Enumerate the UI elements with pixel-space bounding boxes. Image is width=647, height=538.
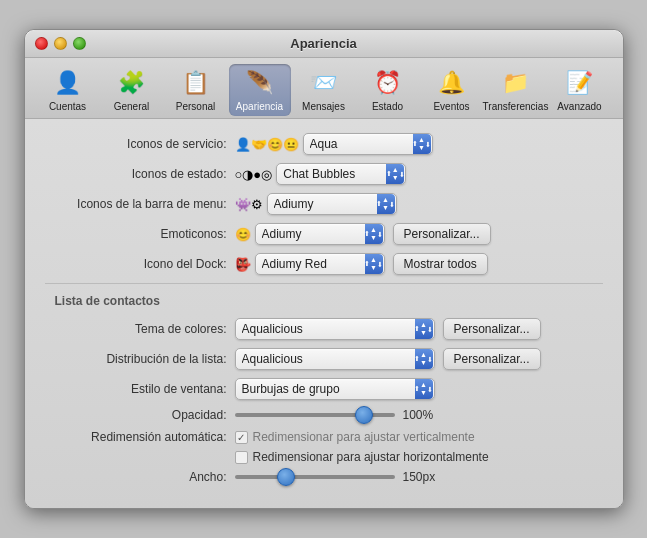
dock-icon-preview: 👺	[235, 257, 251, 272]
lista-contactos-header: Lista de contactos	[55, 294, 603, 310]
cuentas-icon: 👤	[52, 67, 84, 99]
distribucion-label: Distribución de la lista:	[45, 352, 235, 366]
cuentas-label: Cuentas	[49, 101, 86, 112]
apariencia-label: Apariencia	[236, 101, 283, 112]
content-area: Iconos de servicio: 👤🤝😊😐 Aqua ▲ ▼ Iconos…	[25, 119, 623, 508]
window-title: Apariencia	[290, 36, 356, 51]
barra-icons-preview: 👾⚙	[235, 197, 263, 212]
iconos-estado-label: Iconos de estado:	[45, 167, 235, 181]
icono-dock-select[interactable]: Adiumy Red	[255, 253, 385, 275]
emoticonos-row: Emoticonos: 😊 Adiumy ▲ ▼ Personalizar...	[45, 223, 603, 245]
icono-dock-label: Icono del Dock:	[45, 257, 235, 271]
iconos-servicio-row: Iconos de servicio: 👤🤝😊😐 Aqua ▲ ▼	[45, 133, 603, 155]
distribucion-row: Distribución de la lista: Aqualicious ▲ …	[45, 348, 603, 370]
personal-icon: 📋	[180, 67, 212, 99]
redimension-horizontal-row: Redimensionar para ajustar horizontalmen…	[45, 450, 603, 464]
distribucion-select-wrapper: Aqualicious ▲ ▼	[235, 348, 435, 370]
iconos-servicio-select[interactable]: Aqua	[303, 133, 433, 155]
opacidad-value: 100%	[403, 408, 434, 422]
estilo-ventana-label: Estilo de ventana:	[45, 382, 235, 396]
ancho-value: 150px	[403, 470, 436, 484]
iconos-barra-row: Iconos de la barra de menu: 👾⚙ Adiumy ▲ …	[45, 193, 603, 215]
distribucion-select[interactable]: Aqualicious	[235, 348, 435, 370]
main-window: Apariencia 👤 Cuentas 🧩 General 📋 Persona…	[24, 29, 624, 509]
emoticonos-select-wrapper: 😊 Adiumy ▲ ▼	[235, 223, 385, 245]
minimize-button[interactable]	[54, 37, 67, 50]
section-divider	[45, 283, 603, 284]
toolbar-item-personal[interactable]: 📋 Personal	[165, 64, 227, 116]
redimension-auto-label: Redimensión automática:	[45, 430, 235, 444]
iconos-estado-select-wrapper: ○◑●◎ Chat Bubbles ▲ ▼	[235, 163, 407, 185]
close-button[interactable]	[35, 37, 48, 50]
toolbar-item-apariencia[interactable]: 🪶 Apariencia	[229, 64, 291, 116]
checkbox-horizontal[interactable]	[235, 451, 248, 464]
traffic-lights	[35, 37, 86, 50]
apariencia-icon: 🪶	[244, 67, 276, 99]
estilo-ventana-select[interactable]: Burbujas de grupo	[235, 378, 435, 400]
iconos-barra-select-wrapper: 👾⚙ Adiumy ▲ ▼	[235, 193, 397, 215]
toolbar-item-estado[interactable]: ⏰ Estado	[357, 64, 419, 116]
personal-label: Personal	[176, 101, 215, 112]
mensajes-label: Mensajes	[302, 101, 345, 112]
tema-colores-row: Tema de colores: Aqualicious ▲ ▼ Persona…	[45, 318, 603, 340]
toolbar-item-mensajes[interactable]: 📨 Mensajes	[293, 64, 355, 116]
checkbox-vertical-label: Redimensionar para ajustar verticalmente	[253, 430, 475, 444]
general-icon: 🧩	[116, 67, 148, 99]
mensajes-icon: 📨	[308, 67, 340, 99]
estilo-ventana-select-wrapper: Burbujas de grupo ▲ ▼	[235, 378, 435, 400]
estilo-ventana-row: Estilo de ventana: Burbujas de grupo ▲ ▼	[45, 378, 603, 400]
tema-colores-select[interactable]: Aqualicious	[235, 318, 435, 340]
ancho-row: Ancho: 150px	[45, 470, 603, 484]
ancho-label: Ancho:	[45, 470, 235, 484]
personalizar-emoticonos-button[interactable]: Personalizar...	[393, 223, 491, 245]
icono-dock-row: Icono del Dock: 👺 Adiumy Red ▲ ▼ Mostrar…	[45, 253, 603, 275]
iconos-servicio-label: Iconos de servicio:	[45, 137, 235, 151]
icono-dock-select-wrapper: 👺 Adiumy Red ▲ ▼	[235, 253, 385, 275]
avanzado-label: Avanzado	[557, 101, 601, 112]
emoticon-preview: 😊	[235, 227, 251, 242]
personalizar-distribucion-button[interactable]: Personalizar...	[443, 348, 541, 370]
toolbar-item-eventos[interactable]: 🔔 Eventos	[421, 64, 483, 116]
ancho-slider[interactable]	[235, 475, 395, 479]
maximize-button[interactable]	[73, 37, 86, 50]
estado-icon: ⏰	[372, 67, 404, 99]
transferencias-label: Transferencias	[483, 101, 549, 112]
toolbar-item-cuentas[interactable]: 👤 Cuentas	[37, 64, 99, 116]
emoticonos-label: Emoticonos:	[45, 227, 235, 241]
personalizar-tema-button[interactable]: Personalizar...	[443, 318, 541, 340]
eventos-label: Eventos	[433, 101, 469, 112]
transferencias-icon: 📁	[500, 67, 532, 99]
toolbar-item-avanzado[interactable]: 📝 Avanzado	[549, 64, 611, 116]
checkbox-horizontal-label: Redimensionar para ajustar horizontalmen…	[253, 450, 489, 464]
tema-colores-label: Tema de colores:	[45, 322, 235, 336]
opacidad-slider[interactable]	[235, 413, 395, 417]
opacidad-row: Opacidad: 100%	[45, 408, 603, 422]
toolbar-item-transferencias[interactable]: 📁 Transferencias	[485, 64, 547, 116]
tema-colores-select-wrapper: Aqualicious ▲ ▼	[235, 318, 435, 340]
iconos-servicio-select-wrapper: 👤🤝😊😐 Aqua ▲ ▼	[235, 133, 433, 155]
toolbar-item-general[interactable]: 🧩 General	[101, 64, 163, 116]
redimension-auto-row: Redimensión automática: Redimensionar pa…	[45, 430, 603, 444]
checkbox-vertical[interactable]	[235, 431, 248, 444]
iconos-estado-row: Iconos de estado: ○◑●◎ Chat Bubbles ▲ ▼	[45, 163, 603, 185]
iconos-estado-select[interactable]: Chat Bubbles	[276, 163, 406, 185]
emoticonos-select[interactable]: Adiumy	[255, 223, 385, 245]
avanzado-icon: 📝	[564, 67, 596, 99]
service-icons-preview: 👤🤝😊😐	[235, 137, 299, 152]
opacidad-label: Opacidad:	[45, 408, 235, 422]
estado-icons-preview: ○◑●◎	[235, 167, 273, 182]
toolbar: 👤 Cuentas 🧩 General 📋 Personal 🪶 Aparien…	[25, 58, 623, 119]
general-label: General	[114, 101, 150, 112]
titlebar: Apariencia	[25, 30, 623, 58]
iconos-barra-label: Iconos de la barra de menu:	[45, 197, 235, 211]
iconos-barra-select[interactable]: Adiumy	[267, 193, 397, 215]
eventos-icon: 🔔	[436, 67, 468, 99]
mostrar-todos-button[interactable]: Mostrar todos	[393, 253, 488, 275]
estado-label: Estado	[372, 101, 403, 112]
